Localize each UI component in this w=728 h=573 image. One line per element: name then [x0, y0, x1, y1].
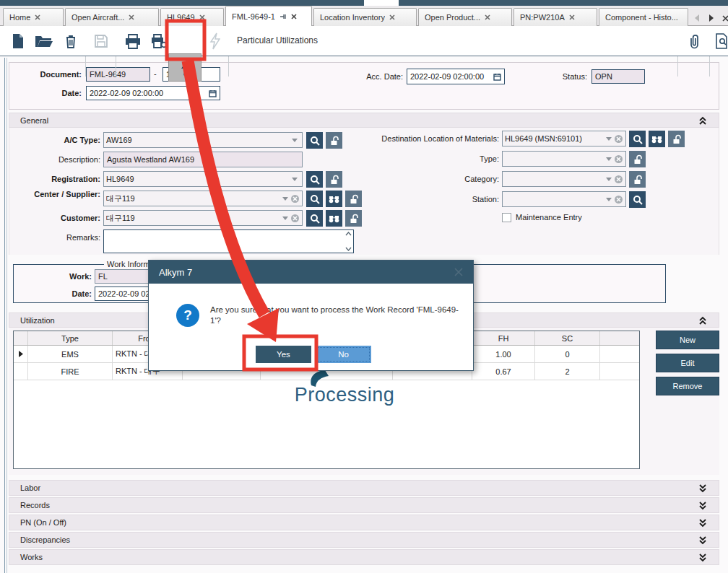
new-document-button[interactable]	[9, 32, 27, 51]
tab-open-product[interactable]: Open Product...	[418, 8, 512, 26]
ac-type-combo[interactable]: AW169	[103, 132, 303, 148]
cell-fh: 1.00	[472, 346, 535, 362]
tab-pn-pw210a[interactable]: PN:PW210A	[514, 8, 597, 26]
type-lock-button[interactable]	[629, 151, 646, 167]
calendar-icon[interactable]	[493, 73, 501, 81]
section-labor[interactable]: Labor	[9, 480, 719, 496]
maintenance-entry-checkbox[interactable]	[502, 213, 511, 222]
col-sc[interactable]: SC	[535, 331, 600, 345]
cell-fh: 0.67	[472, 363, 535, 380]
yes-button[interactable]: Yes	[256, 346, 311, 363]
open-folder-button[interactable]	[33, 32, 55, 50]
tab-fml-9649-1[interactable]: FML-9649-1	[225, 6, 312, 27]
tab-close-icon[interactable]	[291, 14, 297, 19]
dialog-titlebar[interactable]: Alkym 7	[149, 261, 473, 284]
tab-scroll-right-icon[interactable]	[706, 12, 716, 25]
expand-pn-icon[interactable]	[698, 517, 708, 528]
expand-labor-icon[interactable]	[698, 483, 708, 493]
tab-close-icon[interactable]	[35, 14, 40, 20]
customer-label: Customer:	[9, 210, 100, 226]
station-search-button[interactable]	[629, 191, 646, 208]
tab-close-icon[interactable]	[199, 14, 205, 20]
col-fh[interactable]: FH	[472, 331, 535, 345]
section-discrepancies[interactable]: Discrepancies	[9, 532, 719, 548]
tab-location-inventory[interactable]: Location Inventory	[313, 8, 417, 26]
cell-type: EMS	[28, 346, 113, 362]
clear-icon[interactable]	[614, 175, 623, 184]
tab-open-aircraft[interactable]: Open Aircraft...	[65, 8, 159, 26]
customer-combo[interactable]: 대구119	[103, 210, 303, 226]
delete-button[interactable]	[62, 32, 79, 51]
print-button[interactable]	[123, 32, 143, 51]
expand-discrepancies-icon[interactable]	[698, 535, 708, 545]
destination-binoculars-button[interactable]	[649, 131, 665, 147]
expand-works-icon[interactable]	[698, 552, 708, 562]
section-pn-on-off[interactable]: PN (On / Off)	[9, 515, 719, 530]
calendar-icon[interactable]	[209, 89, 217, 97]
tab-pin-icon[interactable]	[280, 13, 287, 20]
no-button[interactable]: No	[316, 346, 371, 363]
category-lock-button[interactable]	[629, 171, 646, 188]
edit-button[interactable]: Edit	[656, 354, 719, 372]
category-combo[interactable]	[502, 171, 626, 187]
clear-icon[interactable]	[614, 134, 623, 144]
destination-combo[interactable]: HL9649 (MSN:69101)	[502, 131, 626, 146]
process-button[interactable]	[168, 53, 202, 82]
clear-icon[interactable]	[614, 154, 623, 164]
status-label: Status:	[529, 69, 587, 84]
acc-date-label: Acc. Date:	[333, 69, 403, 84]
col-type[interactable]: Type	[28, 331, 113, 345]
general-section-title: General	[20, 116, 48, 125]
destination-label: Destination Location of Materials:	[318, 131, 499, 146]
customer-lock-button[interactable]	[345, 210, 362, 227]
tab-close-icon[interactable]	[485, 14, 490, 20]
section-records[interactable]: Records	[9, 497, 719, 513]
tab-home[interactable]: Home	[3, 8, 64, 26]
tab-close-icon[interactable]	[569, 14, 575, 20]
unprocess-button[interactable]	[207, 32, 222, 51]
save-button[interactable]	[92, 32, 110, 50]
report-preview-button[interactable]	[715, 32, 728, 50]
tab-component-history[interactable]: Component - Histo...	[599, 8, 688, 26]
chevron-down-icon	[282, 197, 288, 201]
remarks-field[interactable]	[103, 229, 354, 253]
collapse-utilization-icon[interactable]	[698, 315, 708, 325]
date-label: Date:	[9, 86, 82, 100]
destination-lock-button[interactable]	[668, 131, 685, 147]
type-combo[interactable]	[502, 151, 626, 167]
tab-hl9649[interactable]: HL9649	[160, 8, 224, 26]
section-works[interactable]: Works	[9, 549, 719, 565]
registration-combo[interactable]: HL9649	[103, 171, 303, 187]
print-preview-button[interactable]	[149, 32, 169, 51]
expand-records-icon[interactable]	[698, 500, 708, 510]
processing-annotation-text: Processing	[9, 384, 680, 406]
clear-icon[interactable]	[614, 195, 623, 204]
acc-date-field[interactable]: 2022-02-09 02:00:00	[407, 69, 505, 84]
tab-label: Open Product...	[425, 13, 480, 22]
tab-label: FML-9649-1	[232, 12, 275, 21]
tab-list-close-icon[interactable]	[721, 12, 728, 25]
document-number-field[interactable]: FML-9649	[86, 67, 150, 82]
remarks-scrollbar[interactable]	[343, 230, 353, 253]
general-section-header[interactable]: General	[9, 113, 719, 128]
new-button[interactable]: New	[656, 331, 719, 349]
dialog-close-icon[interactable]	[454, 268, 463, 276]
clear-icon[interactable]	[290, 214, 300, 223]
acc-date-value: 2022-02-09 02:00:00	[410, 72, 493, 81]
center-supplier-combo[interactable]: 대구119	[103, 191, 303, 206]
scroll-up-icon	[345, 232, 352, 236]
tab-close-icon[interactable]	[129, 14, 134, 20]
collapse-general-icon[interactable]	[698, 115, 708, 126]
customer-search-button[interactable]	[306, 210, 323, 227]
station-combo[interactable]	[502, 191, 626, 207]
remarks-value	[104, 230, 343, 253]
date-field[interactable]: 2022-02-09 02:00:00	[86, 86, 220, 100]
tab-scroll-left-icon[interactable]	[692, 12, 702, 25]
description-field: Agusta Westland AW169	[103, 152, 303, 167]
customer-binoculars-button[interactable]	[326, 210, 342, 227]
destination-search-button[interactable]	[629, 131, 646, 147]
clear-icon[interactable]	[290, 194, 300, 204]
status-field: OPN	[592, 69, 645, 84]
attachments-button[interactable]	[685, 32, 703, 50]
tab-close-icon[interactable]	[389, 14, 395, 20]
